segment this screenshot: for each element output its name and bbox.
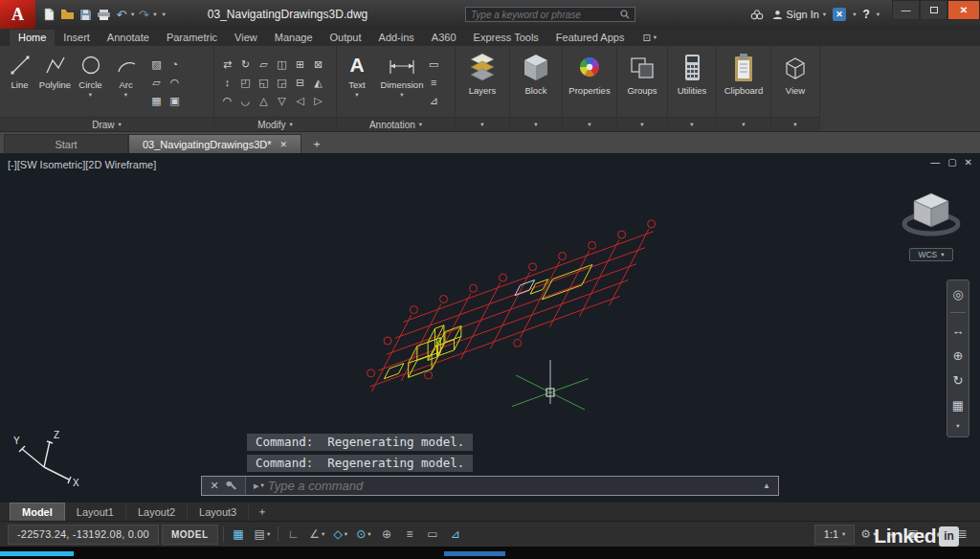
new-file-icon[interactable] [40,6,57,23]
groups-panel-expander[interactable]: ▾ [617,117,667,131]
groups-button[interactable]: Groups [619,48,665,117]
redo-icon[interactable]: ↷ [135,6,152,23]
redo-dropdown-icon[interactable]: ▾ [153,11,156,18]
autocad-logo-button[interactable]: A [0,0,35,29]
save-icon[interactable] [77,6,94,23]
revision-cloud-icon[interactable]: ◠ [170,77,180,89]
arc-dropdown-icon[interactable]: ▾ [124,92,127,99]
ribbon-tab-annotate[interactable]: Annotate [99,30,158,46]
sign-in-dropdown-icon[interactable]: ▾ [823,11,826,18]
drawing-restore-icon[interactable]: ▢ [947,157,956,168]
trim-icon[interactable]: ▱ [259,58,267,71]
object-snap-tracking-icon[interactable]: ⊕ [377,525,397,545]
properties-button[interactable]: Properties [565,48,614,117]
navbar-dropdown-icon[interactable]: ▾ [956,423,959,430]
search-input[interactable] [471,10,616,20]
lineweight-icon[interactable]: ≡ [400,525,420,545]
boundary-icon[interactable]: ▦ [151,95,161,107]
ribbon-tab-view[interactable]: View [226,30,266,46]
orbit-icon[interactable]: ↻ [953,373,964,388]
binoculars-search-icon[interactable] [748,6,766,23]
properties-panel-expander[interactable]: ▾ [563,117,616,131]
region-icon[interactable]: ▱ [152,77,160,89]
open-file-icon[interactable] [58,6,76,23]
dimension-tool[interactable]: Dimension ▾ [375,48,429,117]
annotation-scale-button[interactable]: 1:1▾ [814,525,856,545]
undo-icon[interactable]: ↶ [113,6,130,23]
ribbon-tab-featured-apps[interactable]: Featured Apps [547,30,634,46]
block-panel-expander[interactable]: ▾ [510,117,562,131]
drawing-canvas[interactable]: [-][SW Isometric][2D Wireframe] — ▢ ✕ WC… [0,153,980,502]
ribbon-tab-home[interactable]: Home [10,30,55,46]
polyline-tool[interactable]: Polyline [37,48,73,117]
view-button[interactable]: View [773,48,817,117]
layout-tab-layout1[interactable]: Layout1 [65,503,126,521]
ribbon-tab-parametric[interactable]: Parametric [158,30,226,46]
offset-icon[interactable]: ◠ [223,95,233,107]
command-customize-icon[interactable] [226,481,237,492]
new-layout-icon[interactable]: ＋ [256,504,267,519]
ortho-mode-icon[interactable]: ∟ [283,525,303,545]
fillet-icon[interactable]: ◱ [258,77,268,89]
layout-tab-model[interactable]: Model [10,503,65,522]
transparency-icon[interactable]: ▭ [423,525,443,545]
file-tab-close-icon[interactable]: ✕ [280,140,288,149]
showmotion-icon[interactable]: ▦ [952,398,964,413]
ribbon-tab-addins[interactable]: Add-ins [370,30,423,46]
block-button[interactable]: Block [512,48,560,117]
pan-icon[interactable]: ↔ [952,324,965,338]
mirror-icon[interactable]: ◰ [240,77,250,89]
help-dropdown-icon[interactable]: ▾ [877,11,880,18]
draw-panel-footer[interactable]: Draw▾ [0,117,213,131]
ribbon-tab-insert[interactable]: Insert [55,30,99,46]
viewport-controls[interactable]: [-][SW Isometric][2D Wireframe] [8,159,156,170]
model-space-button[interactable]: MODEL [162,525,218,545]
line-tool[interactable]: Line [2,48,37,117]
lengthen-icon[interactable]: ▷ [314,95,322,107]
ribbon-tab-express-tools[interactable]: Express Tools [465,30,547,46]
zoom-icon[interactable]: ⊕ [953,348,964,363]
ribbon-tab-output[interactable]: Output [322,30,370,46]
view-panel-expander[interactable]: ▾ [771,117,819,131]
plot-icon[interactable] [95,6,112,23]
file-tab-start[interactable]: Start [4,134,128,153]
scale-icon[interactable]: ⊟ [296,77,304,89]
view-cube[interactable]: WCS ▾ [898,186,965,261]
sign-in-button[interactable]: Sign In ▾ [772,9,827,20]
object-snap-icon[interactable]: ⊙▾ [353,525,373,545]
full-nav-wheel-icon[interactable]: ◎ [952,287,963,302]
exchange-dropdown-icon[interactable]: ▾ [853,11,856,18]
circle-tool[interactable]: Circle ▾ [73,48,108,117]
join-icon[interactable]: ◁ [296,95,303,107]
clipboard-panel-expander[interactable]: ▾ [717,117,770,131]
modify-panel-footer[interactable]: Modify▾ [214,117,336,131]
rotate-icon[interactable]: ↻ [241,58,250,71]
circle-dropdown-icon[interactable]: ▾ [89,92,92,99]
ribbon-tab-manage[interactable]: Manage [266,30,322,46]
copy-icon[interactable]: ◫ [277,58,286,71]
command-line-bar[interactable]: ✕ ▸▾ ▲ [201,476,779,496]
layers-button[interactable]: Layers [457,48,507,117]
snap-mode-icon[interactable]: ▤▾ [252,525,274,545]
erase-icon[interactable]: ⊠ [314,58,323,71]
drawing-minimize-icon[interactable]: — [930,157,940,168]
minimize-button[interactable]: — [892,0,920,20]
ribbon-display-icon[interactable]: ⊡ [642,33,650,43]
grid-display-icon[interactable]: ▦ [229,525,249,545]
ribbon-tab-a360[interactable]: A360 [423,30,465,46]
qat-overflow-icon[interactable]: ▾ [163,11,166,18]
chamfer-icon[interactable]: ◲ [277,77,286,89]
command-close-icon[interactable]: ✕ [210,480,218,492]
maximize-button[interactable] [920,0,947,20]
arc-tool[interactable]: Arc ▾ [108,48,144,117]
help-icon[interactable]: ? [862,8,869,21]
text-dropdown-icon[interactable]: ▾ [355,92,358,99]
utilities-button[interactable]: Utilities [670,48,714,117]
file-tab-active-drawing[interactable]: 03_NavigatingDrawings3D* ✕ [128,134,301,153]
stretch-icon[interactable]: ↕ [225,77,231,88]
polar-tracking-icon[interactable]: ∠▾ [306,525,327,545]
wipeout-icon[interactable]: ▣ [169,95,179,107]
clipboard-button[interactable]: Clipboard [719,48,768,117]
isometric-drafting-icon[interactable]: ◇▾ [330,525,350,545]
table-icon[interactable]: ≡ [431,77,436,88]
